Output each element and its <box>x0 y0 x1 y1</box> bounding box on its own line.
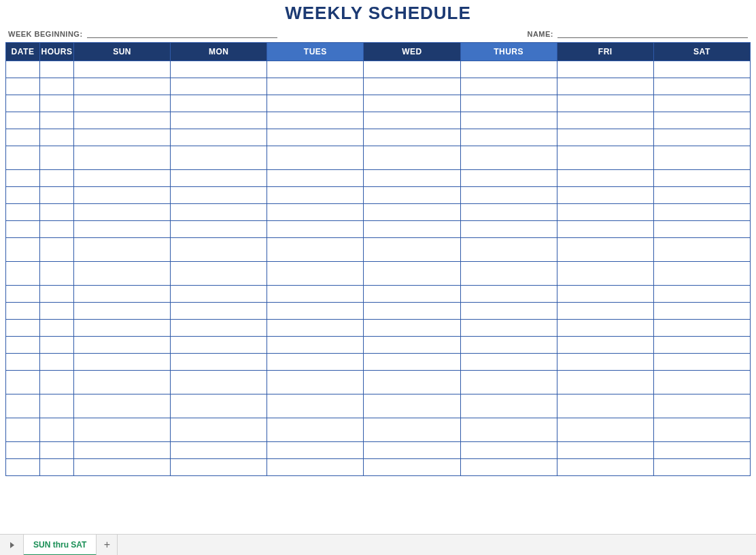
cell[interactable] <box>460 418 557 442</box>
cell[interactable] <box>460 262 557 286</box>
cell[interactable] <box>267 238 364 262</box>
cell[interactable] <box>653 129 750 146</box>
cell[interactable] <box>460 459 557 476</box>
cell[interactable] <box>557 418 653 442</box>
cell[interactable] <box>171 442 267 459</box>
cell[interactable] <box>653 112 750 129</box>
cell[interactable] <box>267 95 364 112</box>
cell[interactable] <box>6 337 40 354</box>
cell[interactable] <box>653 394 750 418</box>
cell[interactable] <box>40 187 74 204</box>
cell[interactable] <box>6 262 40 286</box>
cell[interactable] <box>74 61 171 78</box>
cell[interactable] <box>364 204 460 221</box>
cell[interactable] <box>653 221 750 238</box>
cell[interactable] <box>74 303 171 320</box>
cell[interactable] <box>267 303 364 320</box>
cell[interactable] <box>6 238 40 262</box>
cell[interactable] <box>653 78 750 95</box>
cell[interactable] <box>171 320 267 337</box>
cell[interactable] <box>40 286 74 303</box>
cell[interactable] <box>557 371 653 394</box>
cell[interactable] <box>267 442 364 459</box>
cell[interactable] <box>267 418 364 442</box>
cell[interactable] <box>40 146 74 170</box>
cell[interactable] <box>40 78 74 95</box>
cell[interactable] <box>40 303 74 320</box>
cell[interactable] <box>364 459 460 476</box>
cell[interactable] <box>267 262 364 286</box>
cell[interactable] <box>557 61 653 78</box>
cell[interactable] <box>364 262 460 286</box>
cell[interactable] <box>40 262 74 286</box>
cell[interactable] <box>74 238 171 262</box>
table-row[interactable] <box>6 170 751 187</box>
cell[interactable] <box>557 286 653 303</box>
cell[interactable] <box>74 78 171 95</box>
cell[interactable] <box>6 95 40 112</box>
cell[interactable] <box>557 394 653 418</box>
cell[interactable] <box>6 61 40 78</box>
cell[interactable] <box>364 221 460 238</box>
cell[interactable] <box>74 129 171 146</box>
cell[interactable] <box>364 78 460 95</box>
cell[interactable] <box>557 303 653 320</box>
table-row[interactable] <box>6 320 751 337</box>
cell[interactable] <box>171 61 267 78</box>
cell[interactable] <box>460 442 557 459</box>
cell[interactable] <box>653 170 750 187</box>
cell[interactable] <box>74 170 171 187</box>
cell[interactable] <box>364 286 460 303</box>
cell[interactable] <box>653 303 750 320</box>
cell[interactable] <box>6 442 40 459</box>
cell[interactable] <box>653 354 750 371</box>
cell[interactable] <box>364 238 460 262</box>
table-row[interactable] <box>6 442 751 459</box>
cell[interactable] <box>40 170 74 187</box>
cell[interactable] <box>653 320 750 337</box>
cell[interactable] <box>74 262 171 286</box>
cell[interactable] <box>171 204 267 221</box>
table-row[interactable] <box>6 129 751 146</box>
cell[interactable] <box>557 320 653 337</box>
cell[interactable] <box>653 204 750 221</box>
cell[interactable] <box>364 95 460 112</box>
cell[interactable] <box>74 320 171 337</box>
cell[interactable] <box>557 459 653 476</box>
col-hours[interactable]: HOURS <box>40 43 74 61</box>
table-row[interactable] <box>6 146 751 170</box>
cell[interactable] <box>74 442 171 459</box>
week-beginning-input[interactable] <box>87 28 277 38</box>
cell[interactable] <box>40 95 74 112</box>
cell[interactable] <box>171 354 267 371</box>
col-mon[interactable]: MON <box>171 43 267 61</box>
cell[interactable] <box>6 286 40 303</box>
cell[interactable] <box>653 95 750 112</box>
cell[interactable] <box>460 95 557 112</box>
sheet-nav-button[interactable] <box>0 535 24 555</box>
table-row[interactable] <box>6 286 751 303</box>
cell[interactable] <box>40 129 74 146</box>
cell[interactable] <box>40 459 74 476</box>
cell[interactable] <box>6 204 40 221</box>
cell[interactable] <box>460 354 557 371</box>
table-row[interactable] <box>6 459 751 476</box>
cell[interactable] <box>267 394 364 418</box>
cell[interactable] <box>171 78 267 95</box>
cell[interactable] <box>74 371 171 394</box>
cell[interactable] <box>267 187 364 204</box>
cell[interactable] <box>171 221 267 238</box>
cell[interactable] <box>557 354 653 371</box>
cell[interactable] <box>460 112 557 129</box>
cell[interactable] <box>40 418 74 442</box>
cell[interactable] <box>267 459 364 476</box>
cell[interactable] <box>364 418 460 442</box>
cell[interactable] <box>171 129 267 146</box>
cell[interactable] <box>6 371 40 394</box>
cell[interactable] <box>6 112 40 129</box>
cell[interactable] <box>40 112 74 129</box>
cell[interactable] <box>460 303 557 320</box>
cell[interactable] <box>557 146 653 170</box>
cell[interactable] <box>171 238 267 262</box>
cell[interactable] <box>6 221 40 238</box>
